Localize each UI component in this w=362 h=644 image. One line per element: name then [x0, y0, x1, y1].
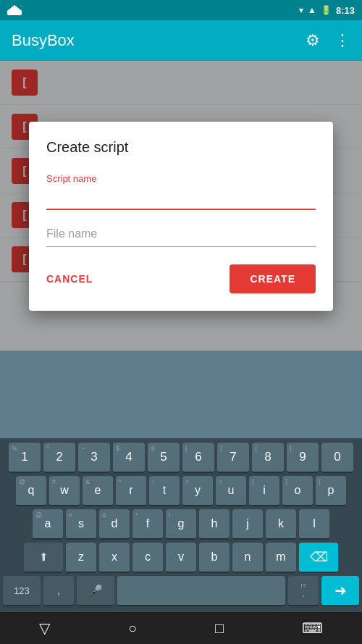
- create-button[interactable]: CREATE: [230, 264, 316, 293]
- status-time: 8:13: [336, 5, 355, 16]
- create-script-dialog: Create script Script name CANCEL CREATE: [29, 122, 333, 311]
- key-mic[interactable]: 🎤: [77, 576, 114, 606]
- key-c[interactable]: c: [132, 543, 163, 573]
- key-comma[interactable]: ,: [43, 576, 74, 606]
- key-9[interactable]: }9: [287, 443, 319, 473]
- key-h[interactable]: h: [199, 509, 230, 540]
- file-name-group: [46, 225, 316, 247]
- key-n[interactable]: n: [232, 543, 263, 573]
- key-s[interactable]: #s: [66, 509, 96, 540]
- keyboard-row-asdf: @a #s &d *f !g h j k l: [3, 509, 359, 540]
- key-o[interactable]: {o: [282, 476, 313, 506]
- key-k[interactable]: k: [266, 509, 296, 540]
- key-i[interactable]: [i: [249, 476, 279, 506]
- script-name-label: Script name: [46, 173, 316, 184]
- keyboard-row-zxcv: ⬆ -z x c v b n m ⌫: [3, 543, 359, 573]
- keyboard-row-numbers: %1 ^2 ~3 $4 &5 [6 ]7 {8 }9 0: [3, 443, 359, 473]
- keyboard-row-qwerty: @q #w &e *r !t <y >u [i {o (p: [3, 476, 359, 506]
- shift-key[interactable]: ⬆: [24, 543, 63, 573]
- keyboard: %1 ^2 ~3 $4 &5 [6 ]7 {8 }9 0 @q #w &e *r…: [0, 438, 362, 612]
- bottom-nav-bar: ▽ ○ □ ⌨: [0, 612, 362, 644]
- key-8[interactable]: {8: [252, 443, 284, 473]
- status-bar: ▾ ▲ 🔋 8:13: [0, 0, 362, 20]
- back-icon[interactable]: ▽: [39, 619, 50, 637]
- enter-key[interactable]: ➜: [321, 576, 359, 606]
- key-1[interactable]: %1: [9, 443, 41, 473]
- cancel-button[interactable]: CANCEL: [46, 267, 93, 290]
- keyboard-icon[interactable]: ⌨: [302, 619, 323, 637]
- key-v[interactable]: v: [166, 543, 196, 573]
- key-j[interactable]: j: [232, 509, 263, 540]
- script-name-group: Script name: [46, 173, 316, 210]
- key-2[interactable]: ^2: [43, 443, 75, 473]
- key-u[interactable]: >u: [216, 476, 246, 506]
- key-space[interactable]: [117, 576, 285, 606]
- key-a[interactable]: @a: [33, 509, 63, 540]
- recents-icon[interactable]: □: [215, 620, 224, 637]
- key-6[interactable]: [6: [182, 443, 214, 473]
- keyboard-row-bottom: 123 , 🎤 !?. ➜: [3, 576, 359, 606]
- key-z[interactable]: -z: [66, 543, 96, 573]
- settings-icon[interactable]: ⚙: [306, 31, 320, 50]
- key-e[interactable]: &e: [83, 476, 113, 506]
- app-bar: BusyBox ⚙ ⋮: [0, 20, 362, 61]
- key-f[interactable]: *f: [132, 509, 163, 540]
- battery-icon: 🔋: [321, 5, 332, 15]
- key-5[interactable]: &5: [148, 443, 180, 473]
- status-bar-left: [7, 5, 22, 15]
- key-b[interactable]: b: [199, 543, 230, 573]
- key-7[interactable]: ]7: [217, 443, 249, 473]
- key-x[interactable]: x: [99, 543, 130, 573]
- key-m[interactable]: m: [266, 543, 296, 573]
- app-bar-icons: ⚙ ⋮: [306, 31, 350, 50]
- key-p[interactable]: (p: [316, 476, 346, 506]
- key-d[interactable]: &d: [99, 509, 130, 540]
- wifi-icon: ▾: [299, 5, 303, 15]
- key-r[interactable]: *r: [116, 476, 146, 506]
- file-name-input[interactable]: [46, 225, 316, 247]
- more-vert-icon[interactable]: ⋮: [334, 31, 350, 50]
- home-icon[interactable]: ○: [128, 620, 137, 637]
- key-period[interactable]: !?.: [288, 576, 319, 606]
- mail-icon: [7, 5, 22, 15]
- app-title: BusyBox: [12, 31, 306, 50]
- dialog-title: Create script: [46, 139, 316, 156]
- key-q[interactable]: @q: [16, 476, 46, 506]
- status-bar-right: ▾ ▲ 🔋 8:13: [299, 5, 355, 16]
- key-l[interactable]: l: [299, 509, 329, 540]
- key-0[interactable]: 0: [321, 443, 353, 473]
- signal-icon: ▲: [308, 5, 316, 15]
- main-content: [ [ [ [ [ Restart UI Create script Scrip…: [0, 61, 362, 351]
- key-4[interactable]: $4: [113, 443, 145, 473]
- key-w[interactable]: #w: [49, 476, 80, 506]
- key-g[interactable]: !g: [166, 509, 196, 540]
- backspace-key[interactable]: ⌫: [299, 543, 338, 573]
- key-3[interactable]: ~3: [78, 443, 110, 473]
- key-t[interactable]: !t: [149, 476, 180, 506]
- key-y[interactable]: <y: [182, 476, 213, 506]
- dialog-actions: CANCEL CREATE: [46, 264, 316, 293]
- key-123[interactable]: 123: [3, 576, 41, 606]
- script-name-input[interactable]: [46, 187, 316, 210]
